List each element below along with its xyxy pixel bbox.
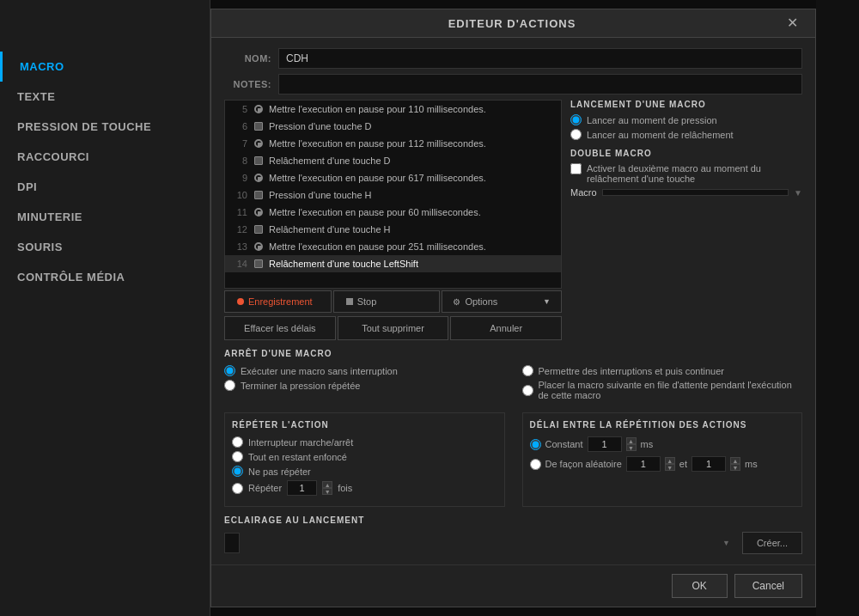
- delay-random-down2[interactable]: ▼: [730, 464, 740, 471]
- sidebar-item-texte[interactable]: TEXTE: [0, 82, 210, 112]
- action-row[interactable]: 11 Mettre l'execution en pause pour 60 m…: [225, 204, 561, 221]
- action-buttons-row: Effacer les délais Tout supprimer Annule…: [224, 316, 562, 340]
- sidebar-item-pression-touche[interactable]: PRESSION DE TOUCHE: [0, 112, 210, 142]
- stop-macro-options: Exécuter une macro sans interruption Ter…: [224, 365, 802, 404]
- delete-all-button[interactable]: Tout supprimer: [338, 316, 449, 340]
- delay-random-down1[interactable]: ▼: [665, 464, 675, 471]
- repeat-opt3-label: Ne pas répéter: [248, 467, 311, 477]
- left-panel: 5 Mettre l'execution en pause pour 110 m…: [224, 100, 562, 340]
- repeat-radio-held[interactable]: [232, 451, 243, 462]
- stop-macro-title: ARRÊT D'UNE MACRO: [224, 349, 802, 358]
- action-row[interactable]: 12 Relâchement d'une touche H: [225, 221, 561, 238]
- row-num: 6: [230, 121, 247, 131]
- stop-opt1-label: Exécuter une macro sans interruption: [241, 366, 398, 376]
- double-macro-section: DOUBLE MACRO Activer la deuxième macro a…: [570, 149, 802, 198]
- sidebar-item-souris[interactable]: SOURIS: [0, 232, 210, 262]
- repeat-opt1-label: Interrupteur marche/arrêt: [248, 437, 353, 448]
- sidebar-item-minuterie[interactable]: MINUTERIE: [0, 202, 210, 232]
- delay-constant-row: Constant ▲ ▼ ms: [530, 436, 795, 452]
- cancel-action-button[interactable]: Annuler: [450, 316, 562, 340]
- repeat-radio-times[interactable]: [232, 483, 243, 494]
- notes-label: NOTES:: [224, 79, 271, 89]
- stop-macro-left: Exécuter une macro sans interruption Ter…: [224, 365, 505, 404]
- action-row-selected[interactable]: 14 Relâchement d'une touche LeftShift: [225, 255, 561, 272]
- launch-radio-release[interactable]: [570, 129, 582, 140]
- repeat-down-button[interactable]: ▼: [322, 488, 332, 495]
- repeat-count-input[interactable]: [287, 480, 317, 496]
- launch-radio-row-2: Lancer au moment de relâchement: [570, 129, 802, 140]
- stop-radio-queue[interactable]: [522, 385, 533, 396]
- delay-random-input1[interactable]: [626, 456, 661, 472]
- action-row[interactable]: 9 Mettre l'execution en pause pour 617 m…: [225, 169, 561, 186]
- row-text: Pression d'une touche D: [269, 121, 556, 131]
- action-row[interactable]: 6 Pression d'une touche D: [225, 118, 561, 135]
- repeat-delay-area: RÉPÉTER L'ACTION Interrupteur marche/arr…: [224, 412, 802, 507]
- delay-random-input2[interactable]: [691, 456, 726, 472]
- stop-radio-no-interrupt[interactable]: [224, 365, 235, 376]
- delay-random-radio[interactable]: [530, 459, 541, 470]
- delay-random-up1[interactable]: ▲: [665, 457, 675, 464]
- delay-section: DÉLAI ENTRE LA RÉPÉTITION DES ACTIONS Co…: [522, 412, 803, 507]
- delay-constant-input[interactable]: [588, 436, 622, 452]
- delay-constant-radio[interactable]: [530, 439, 541, 450]
- stop-opt3-row: Permettre des interruptions et puis cont…: [522, 365, 803, 376]
- action-row[interactable]: 13 Mettre l'execution en pause pour 251 …: [225, 238, 561, 255]
- double-macro-checkbox[interactable]: [570, 163, 582, 174]
- actions-list[interactable]: 5 Mettre l'execution en pause pour 110 m…: [224, 100, 562, 289]
- action-row[interactable]: 7 Mettre l'execution en pause pour 112 m…: [225, 135, 561, 152]
- row-text: Mettre l'execution en pause pour 251 mil…: [269, 241, 556, 252]
- key-icon: [253, 223, 265, 235]
- create-button[interactable]: Créer...: [742, 532, 802, 554]
- record-dot-icon: [237, 298, 244, 305]
- stop-button[interactable]: Stop: [333, 290, 441, 313]
- nom-label: NOM:: [224, 53, 271, 64]
- lighting-select[interactable]: [224, 533, 240, 553]
- launch-radio-row-1: Lancer au moment de pression: [570, 114, 802, 125]
- repeat-opt4-label: Répéter: [248, 483, 282, 493]
- macro-select[interactable]: [602, 189, 789, 196]
- stop-radio-terminate[interactable]: [224, 380, 235, 391]
- record-button[interactable]: Enregistrement: [224, 290, 332, 313]
- sidebar-item-dpi[interactable]: DPI: [0, 172, 210, 202]
- row-text: Mettre l'execution en pause pour 112 mil…: [269, 138, 556, 149]
- footer-cancel-button[interactable]: Cancel: [734, 574, 802, 598]
- stop-radio-allow-interrupt[interactable]: [522, 365, 533, 376]
- delay-constant-up[interactable]: ▲: [626, 437, 637, 444]
- repeat-up-button[interactable]: ▲: [322, 481, 332, 488]
- nom-input[interactable]: [278, 48, 802, 69]
- pause-icon: [253, 103, 265, 115]
- action-row[interactable]: 8 Relâchement d'une touche D: [225, 152, 561, 169]
- delay-constant-down[interactable]: ▼: [626, 444, 637, 451]
- nom-row: NOM:: [224, 48, 802, 69]
- stop-opt4-row: Placer la macro suivante en file d'atten…: [522, 380, 803, 400]
- close-button[interactable]: ✕: [783, 16, 802, 30]
- row-text: Relâchement d'une touche LeftShift: [269, 259, 556, 269]
- modal-overlay: EDITEUR D'ACTIONS ✕ NOM: NOTES:: [210, 0, 816, 616]
- delay-random-up2[interactable]: ▲: [730, 457, 740, 464]
- lighting-row: Créer...: [224, 532, 802, 554]
- options-button[interactable]: ⚙ Options ▼: [442, 290, 562, 313]
- repeat-radio-none[interactable]: [232, 466, 243, 477]
- pause-icon: [253, 206, 265, 218]
- row-text: Pression d'une touche H: [269, 190, 556, 200]
- clear-delays-button[interactable]: Effacer les délais: [224, 316, 336, 340]
- ok-button[interactable]: OK: [672, 574, 728, 598]
- row-num: 12: [230, 224, 247, 235]
- modal-body: NOM: NOTES: 5 Mettre l'execution: [211, 38, 815, 564]
- row-text: Relâchement d'une touche H: [269, 224, 556, 235]
- key-icon: [253, 189, 265, 201]
- sidebar-item-raccourci[interactable]: RACCOURCI: [0, 142, 210, 172]
- sidebar-item-controle-media[interactable]: CONTRÔLE MÉDIA: [0, 262, 210, 292]
- action-row[interactable]: 5 Mettre l'execution en pause pour 110 m…: [225, 101, 561, 118]
- action-row[interactable]: 10 Pression d'une touche H: [225, 186, 561, 204]
- pause-icon: [253, 172, 265, 184]
- delay-title: DÉLAI ENTRE LA RÉPÉTITION DES ACTIONS: [530, 420, 795, 430]
- options-label: Options: [465, 296, 497, 307]
- lighting-section: ECLAIRAGE AU LANCEMENT Créer...: [224, 515, 802, 554]
- sidebar-item-macro[interactable]: MACRO: [0, 52, 210, 82]
- notes-input[interactable]: [278, 74, 802, 95]
- launch-radio-press[interactable]: [570, 114, 582, 125]
- repeat-radio-toggle[interactable]: [232, 436, 243, 448]
- fois-label: fois: [338, 483, 352, 493]
- row-text: Mettre l'execution en pause pour 110 mil…: [269, 104, 556, 114]
